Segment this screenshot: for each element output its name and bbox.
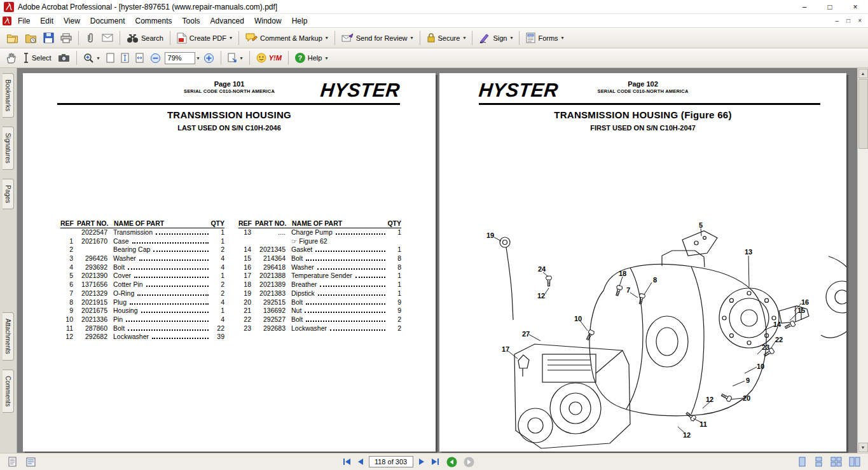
sidebar-tab[interactable]: Attachments [3, 312, 14, 361]
part-number: 2021390 [73, 272, 107, 280]
zoom-tool-button[interactable]: ▾ [81, 51, 102, 66]
zoom-dropdown-icon[interactable]: ▾ [197, 55, 200, 61]
send-for-review-icon [341, 33, 354, 43]
part-qty: 1 [210, 228, 224, 237]
hand-tool-button[interactable] [4, 50, 19, 66]
fit-width-button[interactable] [133, 51, 146, 65]
continuous-facing-layout-button[interactable] [829, 455, 843, 468]
menu-item[interactable]: Tools [177, 15, 205, 27]
next-page-button[interactable] [417, 457, 426, 467]
part-ref: 20 [238, 298, 251, 307]
callout-number: 17 [502, 345, 509, 353]
previous-page-button[interactable] [356, 457, 365, 467]
continuous-layout-button[interactable] [813, 455, 825, 468]
vertical-scrollbar[interactable]: ▲ ▼ [857, 68, 868, 453]
next-view-button[interactable] [462, 455, 476, 469]
comment-markup-label: Comment & Markup [260, 34, 322, 42]
page-display-button[interactable]: ▾ [225, 51, 245, 65]
help-button[interactable]: ? Help ▾ [293, 51, 331, 65]
attach-button[interactable] [83, 31, 98, 45]
sidebar-tab[interactable]: Pages [3, 179, 14, 209]
page-number-box[interactable]: 118 of 303 [369, 456, 413, 467]
facing-layout-button[interactable] [848, 455, 862, 468]
menu-item[interactable]: Advanced [205, 15, 249, 27]
comment-markup-button[interactable]: Comment & Markup ▾ [243, 31, 331, 45]
part-name: Washer [291, 263, 314, 272]
zoom-in-button[interactable] [201, 51, 217, 66]
page-101-header: Page 101 SERIAL CODE C010-NORTH AMERICA … [23, 80, 436, 102]
scroll-thumb[interactable] [858, 79, 868, 149]
part-ref: 23 [238, 324, 251, 333]
save-button[interactable] [41, 31, 57, 45]
yahoo-messenger-button[interactable]: Y!M [254, 51, 284, 65]
forms-button[interactable]: Forms ▾ [523, 31, 566, 45]
toolbar-separator [472, 31, 472, 45]
yahoo-label: Y!M [269, 54, 282, 62]
scroll-up-button[interactable]: ▲ [858, 69, 868, 78]
open-button[interactable] [4, 31, 21, 45]
create-pdf-label: Create PDF [189, 34, 226, 42]
callout-number: 9 [746, 377, 750, 384]
organizer-button[interactable] [22, 31, 39, 45]
fit-page-button[interactable] [118, 51, 132, 65]
part-ref: 1 [60, 237, 73, 246]
zoom-out-button[interactable] [148, 51, 163, 66]
document-area[interactable]: Page 101 SERIAL CODE C010-NORTH AMERICA … [17, 68, 857, 453]
select-tool-button[interactable]: Select [20, 51, 54, 65]
parts-row: 6 1371656 Cotter Pin 2 [60, 280, 224, 289]
previous-view-button[interactable] [445, 455, 458, 469]
toolbar-separator [249, 51, 250, 65]
zoom-in-icon [203, 53, 214, 64]
email-button[interactable] [99, 32, 116, 44]
organizer-folder-icon [25, 33, 37, 43]
send-for-review-button[interactable]: Send for Review ▾ [339, 31, 416, 45]
comments-status-icon[interactable] [25, 456, 38, 468]
zoom-level-input[interactable] [165, 52, 195, 64]
callout-number: 27 [522, 330, 530, 338]
parts-row: 19 2021383 Dipstick 1 [238, 289, 401, 298]
part-number: 292515 [251, 298, 286, 307]
menu-item[interactable]: Help [287, 15, 313, 27]
part-qty: 39 [210, 333, 224, 342]
menu-item[interactable]: Window [249, 15, 287, 27]
callout-number: 23 [762, 343, 769, 351]
callout-number: 24 [538, 265, 546, 273]
sidebar-tab[interactable]: Bookmarks [3, 73, 14, 118]
part-number: 296418 [251, 263, 286, 272]
part-number: 2021388 [251, 272, 286, 280]
dot-leader [139, 259, 209, 261]
doc-restore-button[interactable]: □ [846, 17, 850, 24]
part-number: 2022547 [73, 228, 107, 237]
menu-item[interactable]: View [59, 15, 85, 27]
last-page-button[interactable] [430, 457, 441, 467]
parts-row: 10 2021336 Pin 4 [60, 315, 224, 324]
menu-item[interactable]: Edit [35, 15, 59, 27]
menu-item[interactable]: Comments [130, 15, 177, 27]
part-qty: 1 [387, 245, 401, 254]
part-qty: 1 [387, 272, 401, 280]
minimize-button[interactable]: – [792, 0, 817, 13]
part-ref: 10 [60, 315, 73, 324]
callout-number: 11 [699, 420, 707, 428]
print-button[interactable] [58, 31, 74, 45]
menu-item[interactable]: Document [85, 15, 130, 27]
snapshot-tool-button[interactable] [55, 52, 72, 64]
doc-close-button[interactable]: × [858, 17, 862, 24]
first-page-button[interactable] [341, 457, 352, 467]
sign-button[interactable]: Sign ▾ [476, 31, 515, 45]
scroll-down-button[interactable]: ▼ [858, 443, 868, 452]
hand-tool-icon [6, 52, 17, 64]
part-name: Bolt [291, 298, 303, 307]
sidebar-tab[interactable]: Signatures [3, 127, 14, 170]
secure-button[interactable]: Secure ▾ [424, 31, 469, 45]
close-button[interactable]: × [843, 0, 868, 13]
document-status-icon[interactable] [6, 455, 18, 468]
single-page-layout-button[interactable] [796, 455, 808, 468]
sidebar-tab[interactable]: Comments [3, 370, 14, 413]
search-button[interactable]: Search [124, 31, 166, 45]
create-pdf-button[interactable]: Create PDF ▾ [174, 31, 235, 46]
menu-item[interactable]: File [13, 15, 35, 27]
actual-size-button[interactable] [104, 51, 117, 65]
maximize-button[interactable]: □ [817, 0, 843, 13]
doc-minimize-button[interactable]: – [836, 17, 839, 24]
